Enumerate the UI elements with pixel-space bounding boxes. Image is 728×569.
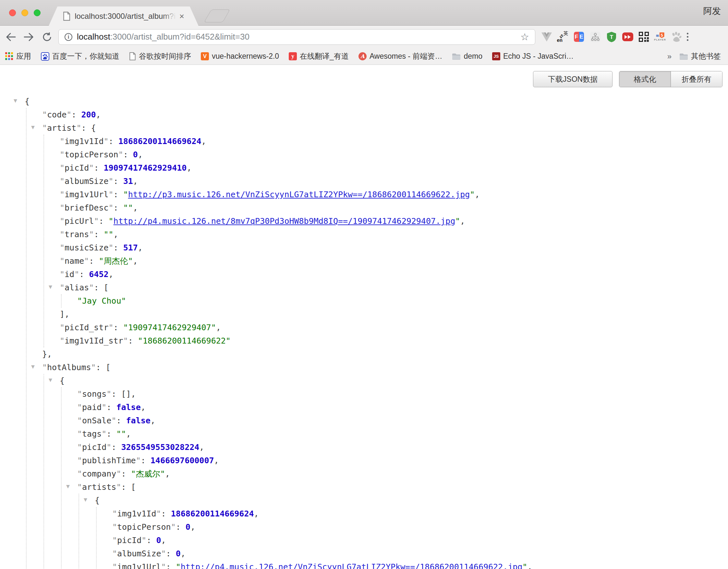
json-token: picId [117,536,141,545]
other-bookmarks[interactable]: 其他书签 [679,51,721,61]
bookmark-awesomes[interactable]: A Awesomes - 前端资… [358,51,443,61]
json-line: "Jay Chou" [0,294,728,308]
json-line: "briefDesc": "", [0,201,728,214]
json-token: : [114,323,123,332]
traffic-light-close-icon[interactable] [9,9,16,16]
reload-button[interactable] [40,30,55,44]
json-line: "tags": "", [0,427,728,441]
video-speed-icon[interactable] [622,30,634,43]
json-token: " [77,469,82,478]
html5-player-icon[interactable]: ≋5PLAYER [654,30,666,43]
folder-icon [679,53,688,60]
json-token: : [71,110,81,119]
json-token: : [96,363,106,372]
indent-guide [26,108,27,569]
shield-t-icon[interactable]: T [605,30,617,43]
traffic-light-zoom-icon[interactable] [34,9,41,16]
json-token: " [89,163,94,173]
json-token: " [60,137,65,146]
page-info-icon[interactable]: i [65,33,72,41]
bookmarks-overflow-chevron[interactable]: » [667,52,672,61]
json-token: "" [123,203,133,212]
paw-icon[interactable] [670,30,682,43]
browser-tab[interactable]: localhost:3000/artist_album?id × [49,6,199,26]
json-token: , [133,176,138,186]
download-json-button[interactable]: 下载JSON数据 [533,71,613,87]
browser-toolbar: i localhost:3000/artist_album?id=6452&li… [0,26,728,48]
url-text[interactable]: localhost:3000/artist_album?id=6452&limi… [77,32,517,42]
json-line: "picUrl": "http://p4.music.126.net/8mv7q… [0,214,728,228]
json-link[interactable]: http://p4.music.126.net/VnZiScyynLG7atLI… [181,562,523,569]
bookmark-vue-hackernews[interactable]: V vue-hackernews-2.0 [201,52,279,61]
vue-devtools-icon[interactable] [540,30,552,43]
json-line: "albumSize": 0, [0,547,728,560]
bookmark-star-icon[interactable]: ☆ [520,31,529,42]
bookmark-echojs[interactable]: JS Echo JS - JavaScri… [492,52,574,61]
new-tab-button[interactable] [204,9,230,22]
json-token: briefDesc [65,203,108,212]
collapse-triangle-icon[interactable]: ▼ [49,376,52,383]
json-line: "artist": { [0,121,728,135]
json-token: , [133,203,138,212]
collapse-triangle-icon[interactable]: ▼ [49,283,52,290]
translate-icon[interactable]: 英⇄en [557,30,569,43]
forward-button[interactable] [21,30,36,44]
back-button[interactable] [3,30,18,44]
qr-code-icon[interactable] [638,30,650,43]
json-token: " [111,416,116,425]
bookmark-youdao[interactable]: y 在线翻译_有道 [289,51,349,61]
address-bar[interactable]: i localhost:3000/artist_album?id=6452&li… [58,29,535,45]
collapse-triangle-icon[interactable]: ▼ [31,124,35,130]
json-token: " [60,270,65,279]
json-line: "picId_str": "19097417462929407", [0,321,728,334]
indent-guide [43,135,44,347]
json-token: " [60,283,65,292]
collapse-triangle-icon[interactable]: ▼ [31,363,35,370]
json-token: " [77,442,82,452]
fe-frontend-icon[interactable]: FE [573,30,585,43]
json-line: "trans": "", [0,228,728,241]
bookmark-demo-folder[interactable]: demo [452,52,482,61]
json-line: "picId": 0, [0,534,728,547]
json-token: " [42,110,47,119]
json-token: " [42,123,47,133]
json-token: " [91,363,96,372]
extensions-row: 英⇄en FE T ≋5PLAYER [540,30,682,43]
profile-name[interactable]: 阿发 [703,5,721,17]
json-link[interactable]: http://p3.music.126.net/VnZiScyynLG7atLI… [128,190,470,199]
json-token: " [118,150,123,159]
view-mode-segmented-control: 格式化 折叠所有 [619,71,722,87]
json-token: : [81,123,91,133]
json-token: " [60,150,65,159]
json-token: " [60,190,65,199]
traffic-light-minimize-icon[interactable] [21,9,28,16]
json-token: false [126,416,151,425]
bookmark-baidu[interactable]: 百度一下，你就知道 [41,51,119,61]
collapse-triangle-icon[interactable]: ▼ [66,483,70,490]
json-link[interactable]: http://p4.music.126.net/8mv7qP30Pd3oHW8b… [114,216,455,226]
collapse-all-button[interactable]: 折叠所有 [671,71,722,87]
json-token: " [171,522,176,532]
bookmark-apps[interactable]: 应用 [5,51,31,61]
collapse-triangle-icon[interactable]: ▼ [14,97,17,104]
json-token: " [455,216,460,226]
json-token: " [60,163,65,173]
browser-menu-icon[interactable] [687,33,688,41]
json-token: " [89,230,94,239]
json-token: topicPerson [65,150,118,159]
json-token: img1v1Id_str [65,336,123,345]
format-button[interactable]: 格式化 [619,71,671,87]
json-line: "albumSize": 31, [0,175,728,188]
json-token: : [114,190,123,199]
json-token: img1v1Url [65,190,108,199]
json-token: " [60,323,65,332]
json-token: name [65,256,84,266]
tab-close-icon[interactable]: × [179,12,184,20]
json-token: " [60,216,65,226]
json-token: : [79,270,89,279]
json-token: "杰威尔" [131,469,165,478]
bookmark-google-sort[interactable]: 谷歌按时间排序 [129,51,191,61]
collapse-triangle-icon[interactable]: ▼ [84,496,87,503]
page-icon [129,52,136,60]
sitemap-icon[interactable] [589,30,601,43]
